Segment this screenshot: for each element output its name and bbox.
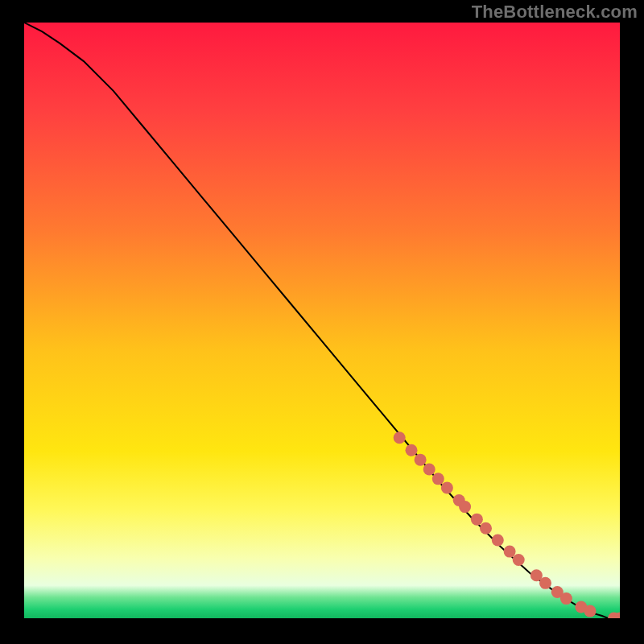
curve-marker: [513, 554, 525, 566]
curve-marker: [394, 431, 406, 444]
curve-marker: [441, 481, 453, 493]
curve-marker: [504, 546, 516, 558]
chart-frame: TheBottleneck.com: [0, 0, 644, 644]
chart-svg: [24, 23, 620, 618]
curve-marker: [560, 592, 572, 605]
curve-marker: [492, 535, 504, 547]
curve-marker: [406, 444, 418, 456]
curve-marker: [415, 454, 427, 466]
curve-marker: [423, 464, 436, 476]
watermark-text: TheBottleneck.com: [472, 2, 638, 23]
curve-marker: [432, 473, 444, 485]
curve-marker: [480, 522, 492, 535]
curve-marker: [459, 501, 471, 513]
heat-gradient-background: [24, 23, 620, 618]
curve-marker: [471, 514, 483, 526]
curve-marker: [584, 605, 597, 617]
curve-marker: [539, 577, 551, 589]
plot-area: [24, 23, 620, 618]
